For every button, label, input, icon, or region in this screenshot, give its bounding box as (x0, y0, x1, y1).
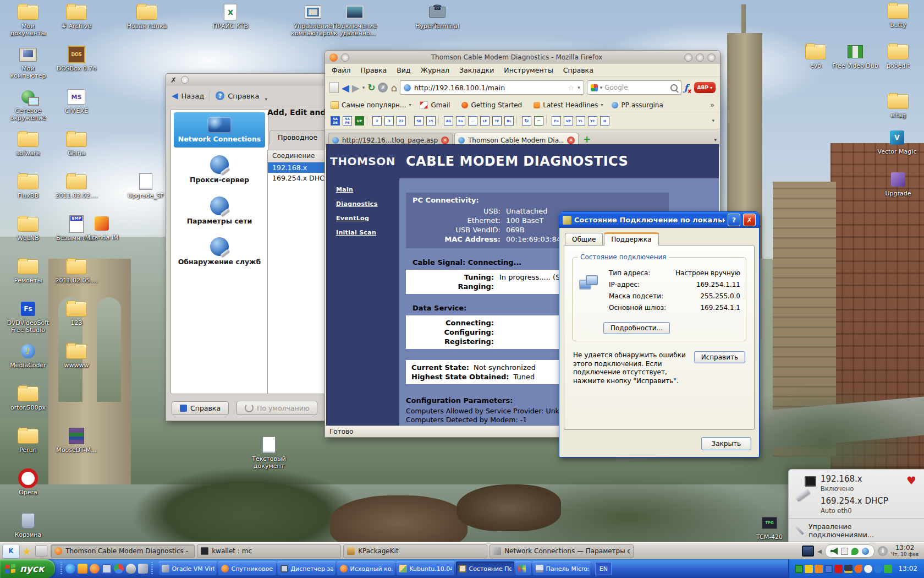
desktop-icon[interactable]: Perun (3, 426, 53, 468)
help-button[interactable]: ?Справка (216, 91, 259, 100)
bookmark-item[interactable]: Gmail (420, 101, 453, 109)
back-button[interactable]: ◀ (342, 82, 349, 94)
desktop-icon[interactable]: Новая папка (122, 2, 172, 45)
taskbar-window-button[interactable]: Thomson Cable Modem Diagnostics - (51, 544, 195, 558)
mini-bookmark[interactable] (438, 116, 441, 125)
menu-item[interactable]: Закладки (459, 66, 494, 74)
desktop-icon[interactable]: MS CIV.EXE (52, 87, 101, 129)
mini-bookmark[interactable]: RL (504, 116, 514, 126)
clock[interactable]: 13:02 Чт, 10 фев (891, 544, 919, 557)
quicklaunch-virtualbox-icon[interactable] (138, 564, 148, 574)
quicklaunch-chrome-icon[interactable] (114, 564, 124, 574)
taskbar-window-button[interactable] (515, 561, 532, 576)
search-placeholder[interactable]: Google (604, 84, 668, 91)
menu-item[interactable]: Файл (332, 66, 351, 74)
titlebar-button[interactable] (341, 53, 349, 62)
desktop-icon[interactable]: Ремонты (3, 257, 53, 299)
mini-bookmark[interactable]: YC (588, 116, 597, 126)
tray-icon[interactable] (805, 565, 813, 573)
desktop-icon[interactable]: Текстовый документ (244, 435, 294, 477)
desktop-icon[interactable]: 123 (52, 299, 101, 341)
settings-category[interactable]: Обнаружение служб (174, 233, 265, 270)
history-dropdown-icon[interactable]: ▾ (362, 85, 365, 90)
chevron-down-icon[interactable]: ▾ (265, 96, 267, 102)
close-dialog-button[interactable]: Закрыть (701, 437, 751, 450)
taskbar-window-button[interactable]: Kubuntu.10.04... (397, 561, 455, 576)
bookmarks-overflow-icon[interactable]: » (710, 101, 714, 109)
quicklaunch-firefox-icon[interactable] (90, 564, 100, 574)
start-button[interactable]: пуск (0, 559, 55, 578)
mini-bookmark[interactable]: 2 (372, 116, 382, 126)
tab-list-dropdown-icon[interactable]: ▾ (714, 137, 717, 143)
titlebar-button[interactable] (181, 76, 189, 84)
tray-icon[interactable] (884, 565, 892, 573)
bookmarks-star-icon[interactable]: ★ (23, 546, 31, 557)
connection-tab[interactable]: Проводное (270, 130, 326, 144)
mini-bookmark[interactable]: UP (355, 116, 364, 126)
desktop-icon[interactable]: China (52, 129, 101, 172)
bookmark-item[interactable]: PP assurgina (612, 101, 666, 109)
taskbar-window-button[interactable]: kwallet : mc (197, 544, 341, 558)
flashblock-icon[interactable]: ƒ✘ (684, 83, 688, 93)
desktop-icon[interactable]: MooseDT-M... (52, 426, 101, 468)
taskbar-window-button[interactable]: Исходный ко... (337, 561, 395, 576)
clipboard-icon[interactable] (841, 548, 848, 555)
favorite-heart-icon[interactable]: ♥ (906, 474, 916, 487)
new-tab-button[interactable]: + (583, 134, 591, 145)
desktop-icon[interactable]: # Archive (52, 2, 101, 45)
close-button[interactable] (707, 53, 716, 62)
mini-bookmark[interactable] (367, 116, 370, 125)
tab-close-icon[interactable]: ✕ (441, 137, 449, 144)
window-titlebar[interactable]: Thomson Cable Modem Diagnostics - Mozill… (325, 51, 720, 64)
maximize-button[interactable] (696, 53, 704, 62)
close-icon[interactable]: ✗ (170, 76, 177, 84)
manage-connections-button[interactable]: Управление подключениями... (794, 519, 919, 543)
quicklaunch-ie-icon[interactable] (65, 564, 75, 574)
clock[interactable]: 13:02 (898, 565, 917, 572)
page-nav-link[interactable]: Main (336, 186, 399, 193)
desktop-icon[interactable]: XПРАЙС КТВ (206, 2, 255, 45)
url-text[interactable]: http://192.168.100.1/main (414, 84, 565, 92)
desktop-icon[interactable] (52, 384, 101, 426)
desktop-icon[interactable]: butty (873, 1, 923, 43)
mini-bookmark[interactable]: ↻ (522, 116, 531, 126)
tray-icon[interactable] (795, 565, 803, 573)
taskbar-window-button[interactable]: KPackageKit (343, 544, 487, 558)
page-nav-link[interactable]: EventLog (336, 215, 399, 222)
reload-button[interactable]: ↻ (367, 82, 375, 93)
page-nav-link[interactable]: Initial Scan (336, 229, 399, 236)
menu-item[interactable]: Справка (563, 66, 593, 74)
url-bar[interactable]: http://192.168.100.1/main ☆ ▾ (400, 80, 584, 95)
taskbar-window-button[interactable]: Network Connections — Параметры с... (490, 544, 634, 558)
mini-bookmark[interactable]: 50 (414, 116, 424, 126)
forward-button[interactable]: ▶ (352, 82, 360, 94)
desktop-icon[interactable]: Upgrade_SF (121, 172, 170, 214)
bookmark-page-icon[interactable] (329, 82, 339, 93)
close-button[interactable]: ✗ (743, 214, 756, 226)
kde-menu-button[interactable]: K (2, 544, 20, 559)
page-nav-link[interactable]: Diagnostics (336, 200, 399, 208)
desktop-icon[interactable]: WqLNB (3, 214, 53, 257)
menu-item[interactable]: Вид (397, 66, 410, 74)
desktop-icon[interactable]: VVector Magic (872, 128, 922, 170)
adblock-plus-icon[interactable]: ABP▾ (694, 82, 716, 93)
desktop-icon[interactable]: Miranda IM (77, 214, 127, 256)
volume-icon[interactable] (831, 548, 838, 555)
desktop-icon[interactable]: ♪ MediaCoder (3, 341, 53, 384)
bookmark-item[interactable]: Getting Started (461, 101, 525, 109)
url-dropdown-icon[interactable]: ▾ (578, 85, 580, 90)
mini-bookmark[interactable]: En (456, 116, 465, 126)
tray-icon[interactable] (834, 565, 843, 573)
taskbar-window-button[interactable]: Диспетчер за... (278, 561, 336, 576)
desktop-icon[interactable]: Мой компьютер (3, 45, 53, 87)
search-icon[interactable] (670, 84, 678, 91)
mini-bookmark[interactable] (546, 116, 549, 125)
dialog-titlebar[interactable]: Состояние Подключение по локальной сети … (559, 212, 759, 228)
desktop-icon[interactable]: wwwww (52, 341, 101, 384)
tray-icon[interactable] (824, 565, 833, 573)
mini-bookmark[interactable]: YL (576, 116, 585, 126)
desktop-icon[interactable]: Upgrade (873, 170, 923, 212)
details-button[interactable]: Подробности... (603, 322, 670, 334)
mini-bookmark[interactable]: 5A DE (331, 116, 340, 126)
mini-bookmark[interactable]: H (600, 116, 609, 126)
